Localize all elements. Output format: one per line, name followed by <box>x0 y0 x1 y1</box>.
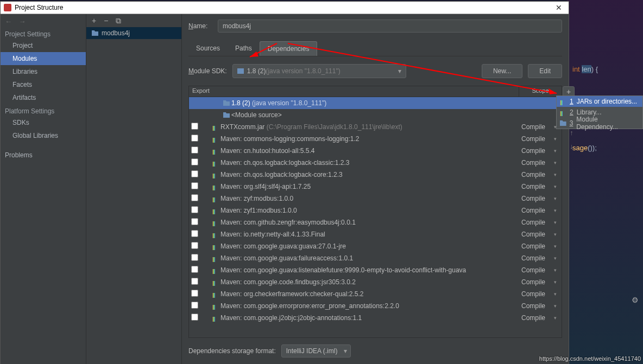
export-checkbox[interactable] <box>191 135 198 142</box>
dependency-row[interactable]: Maven: com.google.errorprone:error_prone… <box>189 300 562 312</box>
tab-dependencies[interactable]: Dependencies <box>260 41 318 56</box>
chevron-down-icon: ▾ <box>344 347 347 355</box>
module-item[interactable]: modbus4j <box>86 27 181 39</box>
scope-value[interactable]: Compile <box>521 302 554 310</box>
sidebar-item-facets[interactable]: Facets <box>1 78 86 91</box>
sidebar-item-project[interactable]: Project <box>1 39 86 52</box>
scope-value[interactable]: Compile <box>521 231 554 238</box>
chevron-down-icon: ▾ <box>554 208 562 213</box>
close-icon[interactable]: ✕ <box>552 3 565 12</box>
scope-value[interactable]: Compile <box>521 147 554 155</box>
scope-value[interactable]: Compile <box>521 314 554 322</box>
sidebar-item-sdks[interactable]: SDKs <box>1 116 86 129</box>
add-module-icon[interactable]: + <box>92 16 96 25</box>
scope-value[interactable]: Compile <box>521 278 554 286</box>
export-checkbox[interactable] <box>191 123 198 130</box>
export-checkbox[interactable] <box>191 218 198 225</box>
scope-value[interactable]: Compile <box>521 159 554 167</box>
export-checkbox[interactable] <box>191 302 198 309</box>
scope-value[interactable]: Compile <box>521 183 554 190</box>
dependency-row[interactable]: Maven: com.google.guava:guava:27.0.1-jre… <box>189 240 562 252</box>
dep-label: <Module source> <box>231 111 521 119</box>
folder-icon <box>237 68 244 74</box>
chevron-down-icon: ▾ <box>554 291 562 297</box>
dependency-row[interactable]: <Module source> <box>189 109 562 121</box>
scope-value[interactable]: Compile <box>521 254 554 262</box>
export-checkbox[interactable] <box>191 266 198 273</box>
sidebar-item-global-libraries[interactable]: Global Libraries <box>1 129 86 142</box>
dependency-row[interactable]: Maven: zyf1:modbus:1.0.0Compile▾ <box>189 205 562 216</box>
name-input[interactable] <box>218 20 562 33</box>
dependency-row[interactable]: Maven: zyf:modbus:1.0.0Compile▾ <box>189 193 562 205</box>
dependency-row[interactable]: Maven: com.google.j2objc:j2objc-annotati… <box>189 312 562 324</box>
dep-label: Maven: com.google.guava:listenablefuture… <box>220 266 521 274</box>
export-checkbox[interactable] <box>191 242 198 249</box>
scope-value[interactable]: Compile <box>521 123 554 131</box>
export-checkbox[interactable] <box>191 254 198 261</box>
export-checkbox[interactable] <box>191 170 198 177</box>
back-icon[interactable]: ← <box>5 17 12 25</box>
export-checkbox[interactable] <box>191 278 198 285</box>
scope-value[interactable]: Compile <box>521 290 554 298</box>
scope-value[interactable]: Compile <box>521 242 554 250</box>
dependency-row[interactable]: Maven: commons-logging:commons-logging:1… <box>189 133 562 145</box>
dependency-row[interactable]: Maven: cn.hutool:hutool-all:5.5.4Compile… <box>189 145 562 157</box>
forward-icon[interactable]: → <box>18 17 26 25</box>
export-checkbox[interactable] <box>191 194 198 201</box>
sidebar-item-artifacts[interactable]: Artifacts <box>1 91 86 104</box>
new-sdk-button[interactable]: New... <box>482 64 522 78</box>
sidebar-item-modules[interactable]: Modules <box>1 52 86 65</box>
module-sdk-select[interactable]: 1.8 (2) (java version "1.8.0_111") ▾ <box>232 64 406 78</box>
dependency-row[interactable]: Maven: org.checkerframework:checker-qual… <box>189 288 562 300</box>
dependency-row[interactable]: 1.8 (2) (java version "1.8.0_111") <box>189 97 562 109</box>
remove-module-icon[interactable]: − <box>104 16 108 25</box>
popup-jars[interactable]: 1 JARs or directories... <box>557 96 642 107</box>
dependency-row[interactable]: Maven: com.google.guava:listenablefuture… <box>189 264 562 276</box>
dependency-row[interactable]: Maven: ch.qos.logback:logback-core:1.2.3… <box>189 169 562 181</box>
dependency-row[interactable]: Maven: ch.qos.logback:logback-classic:1.… <box>189 157 562 169</box>
dependency-row[interactable]: Maven: com.github.zengfr:easymodbus4j:0.… <box>189 216 562 228</box>
storage-format-select[interactable]: IntelliJ IDEA (.iml)▾ <box>281 344 351 357</box>
scope-value[interactable]: Compile <box>521 207 554 214</box>
tab-paths[interactable]: Paths <box>228 41 260 56</box>
chevron-down-icon: ▾ <box>554 244 562 249</box>
export-checkbox[interactable] <box>191 206 198 213</box>
sidebar-item-problems[interactable]: Problems <box>1 149 86 162</box>
dependency-row[interactable]: RXTXcomm.jar (C:\Program Files\Java\jdk1… <box>189 121 562 133</box>
library-icon <box>212 267 219 273</box>
move-up-icon[interactable]: ↑ <box>569 129 575 137</box>
dep-label: Maven: ch.qos.logback:logback-core:1.2.3 <box>220 171 521 178</box>
gear-icon[interactable]: ⚙ <box>632 296 639 304</box>
library-icon <box>212 315 219 321</box>
scope-value[interactable]: Compile <box>521 219 554 226</box>
move-down-icon[interactable]: ↓ <box>569 142 575 150</box>
dependency-row[interactable]: Maven: com.google.guava:failureaccess:1.… <box>189 252 562 264</box>
chevron-down-icon: ▾ <box>554 196 562 201</box>
folder-icon <box>92 30 98 36</box>
tab-sources[interactable]: Sources <box>188 41 228 56</box>
export-checkbox[interactable] <box>191 182 198 189</box>
chevron-down-icon: ▾ <box>554 303 562 309</box>
library-icon <box>212 279 219 285</box>
dependency-row[interactable]: Maven: org.slf4j:slf4j-api:1.7.25Compile… <box>189 181 562 193</box>
export-checkbox[interactable] <box>191 290 198 297</box>
dependency-row[interactable]: Maven: io.netty:netty-all:4.1.33.FinalCo… <box>189 228 562 240</box>
dependency-row[interactable]: Maven: com.google.code.findbugs:jsr305:3… <box>189 276 562 288</box>
scope-value[interactable]: Compile <box>521 135 554 143</box>
export-checkbox[interactable] <box>191 230 198 237</box>
scope-value[interactable]: Compile <box>521 171 554 178</box>
scope-value[interactable]: Compile <box>521 195 554 202</box>
library-icon <box>212 243 219 250</box>
edit-sdk-button[interactable]: Edit <box>528 64 562 78</box>
export-checkbox[interactable] <box>191 314 198 321</box>
chevron-down-icon: ▾ <box>554 220 562 225</box>
scope-value[interactable]: Compile <box>521 266 554 274</box>
copy-module-icon[interactable]: ⧉ <box>116 16 121 25</box>
storage-label: Dependencies storage format: <box>188 347 276 355</box>
library-icon <box>212 124 219 130</box>
sidebar-item-libraries[interactable]: Libraries <box>1 65 86 78</box>
popup-module-dep[interactable]: 3 Module Dependency... <box>557 118 642 129</box>
export-checkbox[interactable] <box>191 146 198 154</box>
export-checkbox[interactable] <box>191 158 198 165</box>
dep-label: Maven: org.slf4j:slf4j-api:1.7.25 <box>220 183 521 190</box>
